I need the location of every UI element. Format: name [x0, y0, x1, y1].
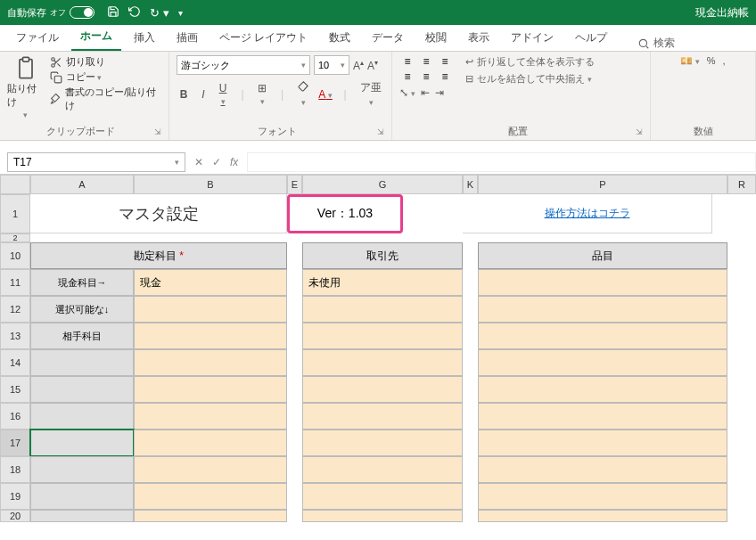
cell[interactable]	[727, 349, 756, 376]
cell[interactable]	[287, 242, 302, 269]
format-painter-button[interactable]: 書式のコピー/貼り付け	[50, 86, 161, 112]
cell[interactable]	[727, 456, 756, 483]
align-bottom-icon[interactable]: ≡	[437, 55, 453, 68]
qat-more-icon[interactable]: ▾	[178, 8, 183, 18]
paste-button[interactable]: 貼り付け ▾	[7, 55, 45, 119]
col-header[interactable]: A	[30, 175, 134, 194]
name-box[interactable]: T17▾	[7, 152, 185, 172]
row-header[interactable]: 17	[0, 430, 30, 456]
cell[interactable]	[463, 296, 478, 323]
cell[interactable]	[727, 483, 756, 510]
cell[interactable]	[287, 269, 302, 296]
underline-button[interactable]: U	[216, 82, 230, 107]
font-size-select[interactable]: 10▾	[314, 55, 349, 75]
tab-formulas[interactable]: 数式	[320, 25, 359, 51]
cell[interactable]	[287, 483, 302, 510]
cell[interactable]	[712, 194, 741, 233]
cell[interactable]	[302, 510, 463, 522]
cell[interactable]	[302, 456, 463, 483]
cell[interactable]	[302, 296, 463, 323]
align-middle-icon[interactable]: ≡	[418, 55, 434, 68]
row-header[interactable]: 19	[0, 483, 30, 510]
orientation-button[interactable]: ⤡	[399, 86, 415, 99]
cell[interactable]	[134, 296, 287, 323]
cell[interactable]	[463, 456, 478, 483]
col-header[interactable]: G	[302, 175, 463, 194]
cell[interactable]	[478, 456, 727, 483]
align-expand-icon[interactable]: ⇲	[636, 127, 643, 136]
cell[interactable]	[727, 323, 756, 349]
row-header[interactable]: 15	[0, 376, 30, 403]
cell[interactable]	[727, 269, 756, 296]
cash-value[interactable]: 現金	[134, 269, 287, 296]
cell[interactable]	[478, 403, 727, 430]
align-center-icon[interactable]: ≡	[418, 70, 434, 83]
cell[interactable]	[287, 296, 302, 323]
cell[interactable]	[478, 349, 727, 376]
cell[interactable]	[134, 456, 287, 483]
cell[interactable]	[463, 242, 478, 269]
cell[interactable]	[463, 430, 478, 456]
cell[interactable]	[302, 483, 463, 510]
align-right-icon[interactable]: ≡	[437, 70, 453, 83]
clipboard-expand-icon[interactable]: ⇲	[154, 127, 161, 136]
border-button[interactable]: ⊞	[255, 82, 270, 107]
cut-button[interactable]: 切り取り	[50, 55, 161, 69]
phonetic-button[interactable]: ア亜	[357, 80, 384, 108]
cell[interactable]	[30, 376, 134, 403]
font-family-select[interactable]: 游ゴシック▾	[177, 55, 310, 75]
cell[interactable]	[727, 296, 756, 323]
row-header[interactable]: 20	[0, 510, 30, 522]
cell[interactable]	[134, 510, 287, 522]
row-header[interactable]: 2	[0, 233, 30, 242]
cell[interactable]	[302, 349, 463, 376]
cell[interactable]	[463, 483, 478, 510]
cell[interactable]	[302, 376, 463, 403]
cell[interactable]	[727, 510, 756, 522]
tab-home[interactable]: ホーム	[71, 23, 121, 51]
bold-button[interactable]: B	[177, 88, 191, 101]
fx-icon[interactable]: fx	[230, 156, 238, 168]
cell[interactable]	[30, 456, 134, 483]
cell[interactable]	[30, 233, 756, 242]
cell[interactable]	[448, 194, 463, 233]
account-header[interactable]: 勘定科目 *	[30, 242, 287, 269]
align-left-icon[interactable]: ≡	[399, 70, 415, 83]
cell[interactable]	[287, 456, 302, 483]
tab-pagelayout[interactable]: ページ レイアウト	[210, 25, 316, 51]
cell[interactable]	[478, 483, 727, 510]
cell[interactable]	[134, 376, 287, 403]
tab-data[interactable]: データ	[363, 25, 413, 51]
redo-icon[interactable]: ↻ ▾	[150, 6, 169, 20]
cell[interactable]	[302, 323, 463, 349]
align-top-icon[interactable]: ≡	[399, 55, 415, 68]
cell[interactable]	[727, 430, 756, 456]
fill-color-button[interactable]	[295, 80, 313, 108]
wrap-text-button[interactable]: ↩折り返して全体を表示する	[465, 55, 595, 69]
toggle-switch-icon[interactable]	[70, 6, 94, 19]
cell[interactable]	[463, 510, 478, 522]
tab-addins[interactable]: アドイン	[502, 25, 563, 51]
cell[interactable]	[287, 323, 302, 349]
row-header[interactable]: 1	[0, 194, 30, 233]
cell[interactable]	[30, 483, 134, 510]
cell[interactable]	[463, 376, 478, 403]
merge-cells-button[interactable]: ⊟セルを結合して中央揃え	[465, 72, 595, 86]
cell[interactable]	[302, 430, 463, 456]
cancel-icon[interactable]: ✕	[194, 156, 203, 168]
row-header[interactable]: 13	[0, 323, 30, 349]
cell[interactable]	[478, 430, 727, 456]
selected-cell[interactable]	[30, 430, 134, 456]
row-header[interactable]: 16	[0, 403, 30, 430]
cell[interactable]	[134, 403, 287, 430]
row-header[interactable]: 11	[0, 269, 30, 296]
tab-view[interactable]: 表示	[459, 25, 498, 51]
cell[interactable]	[727, 242, 756, 269]
cell[interactable]	[727, 376, 756, 403]
cell[interactable]	[403, 194, 448, 233]
comma-button[interactable]: ,	[723, 55, 726, 67]
partner-value[interactable]: 未使用	[302, 269, 463, 296]
undo-icon[interactable]	[128, 5, 141, 20]
tab-help[interactable]: ヘルプ	[566, 25, 616, 51]
row-header[interactable]: 14	[0, 349, 30, 376]
